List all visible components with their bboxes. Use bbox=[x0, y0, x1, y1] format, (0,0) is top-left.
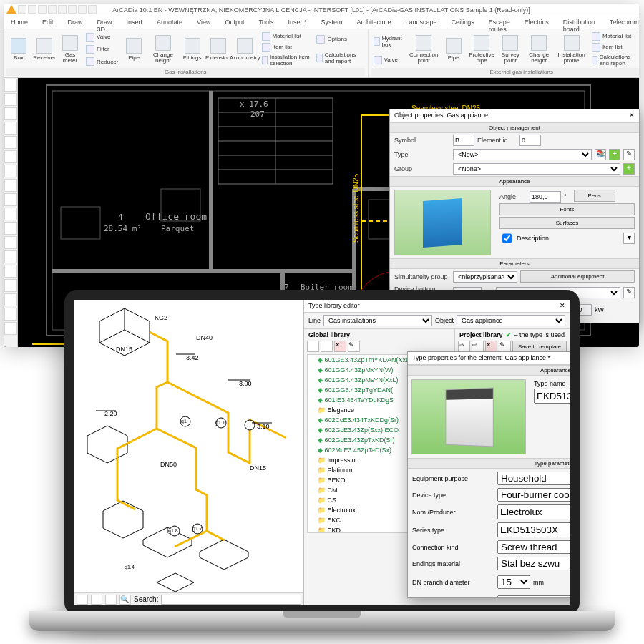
protective-pipe-button[interactable]: Protective pipe bbox=[467, 31, 497, 68]
valve2-button[interactable]: Valve bbox=[371, 55, 406, 65]
group-select[interactable]: <None> bbox=[453, 163, 620, 175]
material-list2-button[interactable]: Material list bbox=[590, 31, 636, 42]
tab-edit[interactable]: Edit bbox=[35, 16, 61, 29]
hydrant-button[interactable]: Hydrant box bbox=[371, 34, 406, 49]
tab-electrics[interactable]: Electrics bbox=[517, 16, 556, 29]
tab-landscape[interactable]: Landscape bbox=[399, 16, 444, 29]
angle-input[interactable] bbox=[530, 191, 561, 203]
install-profile-button[interactable]: Installation profile bbox=[555, 31, 588, 68]
type-properties-panel[interactable]: Type properties for the element: Gas app… bbox=[407, 351, 570, 598]
series-input[interactable] bbox=[497, 522, 570, 537]
extension-button[interactable]: Extension bbox=[206, 31, 230, 68]
ribbon-tabs[interactable]: HomeEditDrawDraw 3DInsertAnnotateViewOut… bbox=[4, 16, 639, 29]
gas-meter-button[interactable]: Gas meter bbox=[58, 31, 82, 68]
item-list-button[interactable]: Item list bbox=[260, 42, 313, 52]
simultaneity-select[interactable]: <nieprzypisana> bbox=[453, 271, 517, 283]
fittings-button[interactable]: Fittings bbox=[180, 31, 205, 68]
gas-edit-icon[interactable]: ✎ bbox=[623, 287, 635, 298]
close-icon[interactable]: ✕ bbox=[629, 112, 635, 119]
install-item-sel-button[interactable]: Installation item selection bbox=[260, 53, 313, 67]
tab-insert[interactable]: Insert bbox=[119, 16, 150, 29]
close-icon[interactable]: ✕ bbox=[560, 302, 565, 310]
cbh-input[interactable] bbox=[497, 595, 570, 598]
material-list-button[interactable]: Material list bbox=[260, 31, 313, 42]
fonts-button[interactable]: Fonts bbox=[499, 203, 635, 215]
description-edit-icon[interactable]: ▾ bbox=[623, 233, 635, 244]
type-preview bbox=[411, 379, 526, 454]
filter-button[interactable]: Filter bbox=[84, 44, 120, 54]
lib-copy-icon[interactable]: ⇨ bbox=[458, 341, 470, 352]
lib-del-icon[interactable]: ✕ bbox=[334, 341, 346, 352]
line-select[interactable]: Gas installations bbox=[323, 315, 432, 326]
item-list2-button[interactable]: Item list bbox=[590, 42, 636, 52]
type-name-input[interactable] bbox=[534, 389, 570, 404]
nom-input[interactable] bbox=[497, 504, 570, 519]
svg-text:207: 207 bbox=[250, 109, 265, 119]
pipe-button[interactable]: Pipe bbox=[122, 31, 146, 68]
tab-draw-3d[interactable]: Draw 3D bbox=[90, 16, 119, 29]
reducer-button[interactable]: Reducer bbox=[84, 57, 120, 67]
tab-tools[interactable]: Tools bbox=[252, 16, 281, 29]
isometric-view[interactable]: KG2 DN40 DN15 DN15 DN50 3.42 3.00 2.20 3… bbox=[74, 300, 303, 605]
description-checkbox[interactable] bbox=[502, 233, 512, 244]
valve-button[interactable]: Valve bbox=[84, 32, 120, 42]
axonometry-button[interactable]: Axonometry bbox=[232, 31, 258, 68]
survey-point-button[interactable]: Survey point bbox=[498, 31, 524, 68]
add-group-icon[interactable]: + bbox=[623, 163, 635, 175]
tab-home[interactable]: Home bbox=[4, 16, 35, 29]
iso-bottom-toolbar[interactable]: 🔍Search: bbox=[74, 592, 303, 605]
calc-button[interactable]: Calculations and report bbox=[314, 51, 364, 65]
search-input[interactable] bbox=[161, 595, 301, 605]
connection-point-button[interactable]: Connection point bbox=[408, 31, 440, 68]
options2-button[interactable]: Options bbox=[637, 35, 639, 45]
tab-escape-routes[interactable]: Escape routes bbox=[482, 16, 517, 29]
change-height-button[interactable]: Change height bbox=[147, 31, 178, 68]
left-toolbar[interactable] bbox=[4, 78, 18, 347]
calc2-button[interactable]: Calculations and report bbox=[590, 53, 636, 67]
tab-insert-[interactable]: Insert* bbox=[281, 16, 314, 29]
lib-del-icon[interactable]: ✕ bbox=[485, 341, 497, 352]
pencil-icon[interactable]: ✎ bbox=[623, 149, 635, 160]
lib-btn-icon[interactable] bbox=[307, 341, 319, 352]
tool-icon[interactable] bbox=[105, 595, 117, 605]
tab-draw[interactable]: Draw bbox=[61, 16, 90, 29]
change-height2-button[interactable]: Change height bbox=[525, 31, 553, 68]
conn-select[interactable]: Screw thread bbox=[497, 540, 570, 554]
symbol-input[interactable] bbox=[453, 135, 474, 146]
laptop-base bbox=[29, 611, 615, 631]
receiver-button[interactable]: Receiver bbox=[32, 31, 57, 68]
elementid-input[interactable] bbox=[519, 135, 541, 146]
quick-access-toolbar[interactable] bbox=[18, 5, 97, 14]
lib-btn-icon[interactable] bbox=[321, 341, 333, 352]
tab-view[interactable]: View bbox=[190, 16, 218, 29]
tab-architecture[interactable]: Architecture bbox=[350, 16, 399, 29]
tab-output[interactable]: Output bbox=[218, 16, 251, 29]
endings-select[interactable]: Stal bez szwu bbox=[497, 557, 570, 570]
add-icon[interactable]: + bbox=[609, 149, 620, 160]
tab-ceilings[interactable]: Ceilings bbox=[444, 16, 482, 29]
save-template-button[interactable]: Save to template bbox=[512, 341, 567, 352]
tab-annotate[interactable]: Annotate bbox=[150, 16, 190, 29]
devtype-select[interactable]: Four-burner cooker with roaster bbox=[497, 488, 570, 502]
search-icon[interactable]: 🔍 bbox=[119, 595, 131, 605]
tool-icon[interactable] bbox=[77, 595, 88, 605]
eqp-select[interactable]: Household bbox=[497, 472, 570, 485]
type-select[interactable]: <New> bbox=[453, 149, 592, 160]
tool-icon[interactable] bbox=[91, 595, 102, 605]
dn-select[interactable]: 15 bbox=[497, 575, 530, 589]
options-button[interactable]: Options bbox=[314, 34, 364, 44]
type-library-icon[interactable]: 📚 bbox=[595, 149, 606, 160]
object-select[interactable]: Gas appliance bbox=[457, 315, 565, 326]
tab-system[interactable]: System bbox=[314, 16, 350, 29]
lib-copy-icon[interactable]: ⇨ bbox=[472, 341, 484, 352]
tab-distribution-board[interactable]: Distribution board bbox=[556, 16, 602, 29]
box-button[interactable]: Box bbox=[6, 31, 31, 68]
pipe2-button[interactable]: Pipe bbox=[441, 31, 466, 68]
pens-button[interactable]: Pens bbox=[574, 190, 615, 202]
tab-telecommunication[interactable]: Telecommunication bbox=[602, 16, 639, 29]
lib-edit-icon[interactable]: ✎ bbox=[499, 341, 511, 352]
additional-equip-button[interactable]: Additional equipment bbox=[520, 270, 635, 283]
lib-edit-icon[interactable]: ✎ bbox=[348, 341, 360, 352]
surfaces-button[interactable]: Surfaces bbox=[499, 217, 635, 229]
help-button[interactable]: Help bbox=[637, 54, 639, 64]
